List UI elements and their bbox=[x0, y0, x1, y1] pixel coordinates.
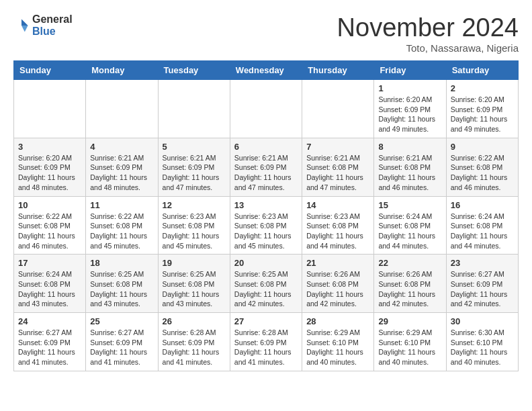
header-cell-sunday: Sunday bbox=[14, 61, 86, 80]
day-cell: 11Sunrise: 6:22 AM Sunset: 6:08 PM Dayli… bbox=[86, 196, 158, 255]
header-cell-saturday: Saturday bbox=[446, 61, 518, 80]
header-cell-friday: Friday bbox=[374, 61, 446, 80]
day-cell: 7Sunrise: 6:21 AM Sunset: 6:08 PM Daylig… bbox=[302, 138, 374, 196]
day-info: Sunrise: 6:20 AM Sunset: 6:09 PM Dayligh… bbox=[18, 153, 81, 193]
day-info: Sunrise: 6:22 AM Sunset: 6:08 PM Dayligh… bbox=[18, 212, 81, 251]
day-cell: 29Sunrise: 6:29 AM Sunset: 6:10 PM Dayli… bbox=[374, 313, 446, 371]
day-info: Sunrise: 6:23 AM Sunset: 6:08 PM Dayligh… bbox=[234, 212, 298, 251]
day-cell bbox=[86, 80, 158, 138]
day-info: Sunrise: 6:26 AM Sunset: 6:08 PM Dayligh… bbox=[378, 269, 441, 309]
day-cell: 30Sunrise: 6:30 AM Sunset: 6:10 PM Dayli… bbox=[446, 313, 518, 371]
day-number: 7 bbox=[306, 142, 369, 152]
day-number: 25 bbox=[90, 316, 153, 326]
day-cell: 4Sunrise: 6:21 AM Sunset: 6:09 PM Daylig… bbox=[86, 138, 158, 196]
day-number: 20 bbox=[234, 258, 298, 268]
day-info: Sunrise: 6:25 AM Sunset: 6:08 PM Dayligh… bbox=[163, 269, 226, 309]
day-info: Sunrise: 6:24 AM Sunset: 6:08 PM Dayligh… bbox=[18, 269, 81, 309]
day-number: 24 bbox=[18, 316, 81, 326]
day-info: Sunrise: 6:20 AM Sunset: 6:09 PM Dayligh… bbox=[451, 95, 514, 134]
calendar-header: SundayMondayTuesdayWednesdayThursdayFrid… bbox=[14, 61, 519, 80]
day-number: 28 bbox=[306, 316, 369, 326]
day-info: Sunrise: 6:23 AM Sunset: 6:08 PM Dayligh… bbox=[306, 212, 369, 251]
day-number: 11 bbox=[90, 200, 153, 210]
day-cell: 22Sunrise: 6:26 AM Sunset: 6:08 PM Dayli… bbox=[374, 255, 446, 313]
title-section: November 2024 Toto, Nassarawa, Nigeria bbox=[337, 13, 519, 54]
day-number: 19 bbox=[163, 258, 226, 268]
day-info: Sunrise: 6:27 AM Sunset: 6:09 PM Dayligh… bbox=[451, 269, 514, 309]
location: Toto, Nassarawa, Nigeria bbox=[337, 42, 519, 54]
day-info: Sunrise: 6:25 AM Sunset: 6:08 PM Dayligh… bbox=[234, 269, 298, 309]
logo-general: General bbox=[32, 13, 73, 26]
day-cell: 28Sunrise: 6:29 AM Sunset: 6:10 PM Dayli… bbox=[302, 313, 374, 371]
day-info: Sunrise: 6:22 AM Sunset: 6:08 PM Dayligh… bbox=[451, 153, 514, 193]
day-number: 6 bbox=[234, 142, 298, 152]
day-info: Sunrise: 6:24 AM Sunset: 6:08 PM Dayligh… bbox=[378, 212, 441, 251]
day-number: 30 bbox=[451, 316, 514, 326]
day-number: 1 bbox=[378, 83, 441, 93]
day-info: Sunrise: 6:25 AM Sunset: 6:08 PM Dayligh… bbox=[90, 269, 153, 309]
day-cell: 1Sunrise: 6:20 AM Sunset: 6:09 PM Daylig… bbox=[374, 80, 446, 138]
day-info: Sunrise: 6:29 AM Sunset: 6:10 PM Dayligh… bbox=[306, 328, 369, 367]
calendar-table: SundayMondayTuesdayWednesdayThursdayFrid… bbox=[13, 60, 519, 371]
day-number: 17 bbox=[18, 258, 81, 268]
day-number: 16 bbox=[451, 200, 514, 210]
day-number: 5 bbox=[163, 142, 226, 152]
day-info: Sunrise: 6:30 AM Sunset: 6:10 PM Dayligh… bbox=[451, 328, 514, 367]
svg-marker-0 bbox=[21, 19, 28, 26]
week-row-1: 3Sunrise: 6:20 AM Sunset: 6:09 PM Daylig… bbox=[14, 138, 519, 196]
day-info: Sunrise: 6:28 AM Sunset: 6:09 PM Dayligh… bbox=[234, 328, 298, 367]
day-cell: 19Sunrise: 6:25 AM Sunset: 6:08 PM Dayli… bbox=[158, 255, 230, 313]
day-cell: 3Sunrise: 6:20 AM Sunset: 6:09 PM Daylig… bbox=[14, 138, 86, 196]
svg-marker-1 bbox=[21, 26, 28, 32]
header-cell-thursday: Thursday bbox=[302, 61, 374, 80]
day-number: 3 bbox=[18, 142, 81, 152]
day-cell: 12Sunrise: 6:23 AM Sunset: 6:08 PM Dayli… bbox=[158, 196, 230, 255]
day-number: 12 bbox=[163, 200, 226, 210]
day-number: 8 bbox=[378, 142, 441, 152]
header-cell-tuesday: Tuesday bbox=[158, 61, 230, 80]
calendar-body: 1Sunrise: 6:20 AM Sunset: 6:09 PM Daylig… bbox=[14, 80, 519, 371]
day-cell: 25Sunrise: 6:27 AM Sunset: 6:09 PM Dayli… bbox=[86, 313, 158, 371]
day-number: 21 bbox=[306, 258, 369, 268]
day-number: 13 bbox=[234, 200, 298, 210]
day-info: Sunrise: 6:21 AM Sunset: 6:09 PM Dayligh… bbox=[163, 153, 226, 193]
day-number: 26 bbox=[163, 316, 226, 326]
logo-blue: Blue bbox=[32, 26, 73, 38]
day-number: 2 bbox=[451, 83, 514, 93]
day-cell: 18Sunrise: 6:25 AM Sunset: 6:08 PM Dayli… bbox=[86, 255, 158, 313]
day-info: Sunrise: 6:21 AM Sunset: 6:09 PM Dayligh… bbox=[234, 153, 298, 193]
logo-text: General Blue bbox=[32, 13, 73, 37]
day-cell bbox=[14, 80, 86, 138]
day-info: Sunrise: 6:29 AM Sunset: 6:10 PM Dayligh… bbox=[378, 328, 441, 367]
page-header: General Blue November 2024 Toto, Nassara… bbox=[13, 13, 519, 54]
day-cell: 16Sunrise: 6:24 AM Sunset: 6:08 PM Dayli… bbox=[446, 196, 518, 255]
day-info: Sunrise: 6:20 AM Sunset: 6:09 PM Dayligh… bbox=[378, 95, 441, 134]
day-number: 15 bbox=[378, 200, 441, 210]
header-cell-monday: Monday bbox=[86, 61, 158, 80]
day-number: 10 bbox=[18, 200, 81, 210]
header-cell-wednesday: Wednesday bbox=[230, 61, 302, 80]
logo-icon bbox=[13, 17, 30, 34]
month-title: November 2024 bbox=[337, 13, 519, 42]
day-cell: 26Sunrise: 6:28 AM Sunset: 6:09 PM Dayli… bbox=[158, 313, 230, 371]
day-cell: 15Sunrise: 6:24 AM Sunset: 6:08 PM Dayli… bbox=[374, 196, 446, 255]
day-info: Sunrise: 6:27 AM Sunset: 6:09 PM Dayligh… bbox=[18, 328, 81, 367]
day-cell: 2Sunrise: 6:20 AM Sunset: 6:09 PM Daylig… bbox=[446, 80, 518, 138]
day-number: 22 bbox=[378, 258, 441, 268]
logo: General Blue bbox=[13, 13, 73, 37]
day-info: Sunrise: 6:28 AM Sunset: 6:09 PM Dayligh… bbox=[163, 328, 226, 367]
day-cell: 8Sunrise: 6:21 AM Sunset: 6:08 PM Daylig… bbox=[374, 138, 446, 196]
day-info: Sunrise: 6:26 AM Sunset: 6:08 PM Dayligh… bbox=[306, 269, 369, 309]
day-info: Sunrise: 6:21 AM Sunset: 6:09 PM Dayligh… bbox=[90, 153, 153, 193]
day-info: Sunrise: 6:21 AM Sunset: 6:08 PM Dayligh… bbox=[306, 153, 369, 193]
day-cell: 5Sunrise: 6:21 AM Sunset: 6:09 PM Daylig… bbox=[158, 138, 230, 196]
day-cell: 17Sunrise: 6:24 AM Sunset: 6:08 PM Dayli… bbox=[14, 255, 86, 313]
week-row-4: 24Sunrise: 6:27 AM Sunset: 6:09 PM Dayli… bbox=[14, 313, 519, 371]
header-row: SundayMondayTuesdayWednesdayThursdayFrid… bbox=[14, 61, 519, 80]
week-row-0: 1Sunrise: 6:20 AM Sunset: 6:09 PM Daylig… bbox=[14, 80, 519, 138]
day-number: 23 bbox=[451, 258, 514, 268]
day-cell: 24Sunrise: 6:27 AM Sunset: 6:09 PM Dayli… bbox=[14, 313, 86, 371]
day-cell: 10Sunrise: 6:22 AM Sunset: 6:08 PM Dayli… bbox=[14, 196, 86, 255]
day-cell bbox=[230, 80, 302, 138]
day-number: 18 bbox=[90, 258, 153, 268]
